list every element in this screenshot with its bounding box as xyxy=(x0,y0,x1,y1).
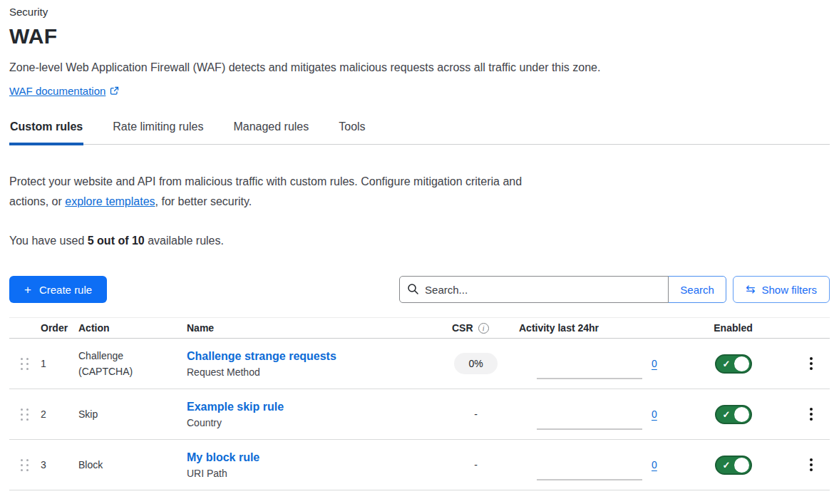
rule-action: Challenge (CAPTCHA) xyxy=(77,348,161,379)
swap-arrows-icon: ⇆ xyxy=(746,284,755,295)
breadcrumb-security: Security xyxy=(9,6,830,18)
search-input[interactable] xyxy=(399,276,669,303)
rule-name-link[interactable]: My block rule xyxy=(187,451,259,463)
header-csr-label: CSR xyxy=(452,322,473,334)
plus-icon: + xyxy=(24,284,31,296)
rule-order: 2 xyxy=(39,408,77,420)
enabled-toggle[interactable]: ✓ xyxy=(715,354,752,374)
header-csr: CSR i xyxy=(434,322,518,334)
activity-sparkline xyxy=(537,479,642,480)
rule-name-link[interactable]: Challenge strange requests xyxy=(187,350,336,362)
table-row: 1 Challenge (CAPTCHA) Challenge strange … xyxy=(9,339,830,389)
tab-rate-limiting-rules[interactable]: Rate limiting rules xyxy=(112,119,204,144)
header-enabled: Enabled xyxy=(674,322,792,334)
enabled-toggle[interactable]: ✓ xyxy=(715,456,752,475)
header-activity: Activity last 24hr xyxy=(518,322,674,334)
rule-action: Block xyxy=(77,457,161,473)
usage-count: 5 out of 10 xyxy=(88,235,145,247)
activity-count-link[interactable]: 0 xyxy=(652,459,657,470)
table-row: 2 Skip Example skip rule Country - 0 ✓ xyxy=(9,389,830,440)
info-icon[interactable]: i xyxy=(478,323,489,334)
toggle-knob xyxy=(734,407,749,422)
table-header-row: Order Action Name CSR i Activity last 24… xyxy=(9,317,830,339)
drag-handle-icon[interactable] xyxy=(21,408,29,421)
rule-field: Country xyxy=(187,417,433,428)
custom-rules-intro: Protect your website and API from malici… xyxy=(9,172,537,212)
tab-managed-rules[interactable]: Managed rules xyxy=(232,119,309,144)
rule-action: Skip xyxy=(77,406,161,422)
search-group: Search xyxy=(399,276,726,303)
rule-field: Request Method xyxy=(187,366,433,378)
intro-text-after: , for better security. xyxy=(155,195,252,207)
usage-suffix: available rules. xyxy=(145,235,224,247)
drag-handle-icon[interactable] xyxy=(21,459,29,471)
row-menu-button[interactable] xyxy=(804,351,818,376)
csr-value: - xyxy=(474,408,478,420)
csr-value: 0% xyxy=(454,353,497,374)
check-icon: ✓ xyxy=(723,358,731,370)
waf-page: Security WAF Zone-level Web Application … xyxy=(0,0,839,490)
page-description: Zone-level Web Application Firewall (WAF… xyxy=(9,61,830,74)
external-link-icon xyxy=(110,86,119,96)
explore-templates-link[interactable]: explore templates xyxy=(65,195,155,207)
tab-tools[interactable]: Tools xyxy=(338,119,366,144)
activity-sparkline xyxy=(537,378,642,379)
page-title: WAF xyxy=(9,24,830,48)
show-filters-button[interactable]: ⇆ Show filters xyxy=(733,276,830,303)
custom-rules-table: Order Action Name CSR i Activity last 24… xyxy=(9,317,830,490)
activity-sparkline xyxy=(537,428,642,430)
tab-custom-rules[interactable]: Custom rules xyxy=(9,119,83,144)
waf-documentation-link[interactable]: WAF documentation xyxy=(9,85,119,97)
header-name: Name xyxy=(185,322,434,334)
check-icon: ✓ xyxy=(723,408,731,421)
show-filters-label: Show filters xyxy=(761,284,817,296)
activity-count-link[interactable]: 0 xyxy=(652,358,657,369)
rule-order: 3 xyxy=(39,459,77,470)
search-button[interactable]: Search xyxy=(668,276,726,303)
row-menu-button[interactable] xyxy=(804,452,818,478)
create-rule-button[interactable]: + Create rule xyxy=(9,276,107,303)
check-icon: ✓ xyxy=(723,459,731,471)
header-action: Action xyxy=(77,322,185,334)
usage-summary: You have used 5 out of 10 available rule… xyxy=(9,235,830,247)
rule-order: 1 xyxy=(39,358,77,369)
drag-handle-icon[interactable] xyxy=(21,358,29,370)
header-order: Order xyxy=(39,322,77,334)
rule-name-link[interactable]: Example skip rule xyxy=(187,401,284,413)
waf-tabbar: Custom rules Rate limiting rules Managed… xyxy=(9,119,830,145)
table-row: 3 Block My block rule URI Path - 0 ✓ xyxy=(9,440,830,490)
toggle-knob xyxy=(734,356,749,371)
activity-count-link[interactable]: 0 xyxy=(652,408,657,420)
waf-documentation-label: WAF documentation xyxy=(9,85,105,97)
create-rule-label: Create rule xyxy=(39,284,92,296)
search-icon xyxy=(407,283,419,298)
table-body: 1 Challenge (CAPTCHA) Challenge strange … xyxy=(9,339,830,490)
enabled-toggle[interactable]: ✓ xyxy=(715,405,752,424)
usage-prefix: You have used xyxy=(9,235,88,247)
rules-toolbar: + Create rule Search ⇆ Show filters xyxy=(9,276,830,303)
csr-value: - xyxy=(474,459,478,470)
row-menu-button[interactable] xyxy=(804,401,818,427)
toggle-knob xyxy=(734,458,749,473)
rule-field: URI Path xyxy=(187,468,433,479)
